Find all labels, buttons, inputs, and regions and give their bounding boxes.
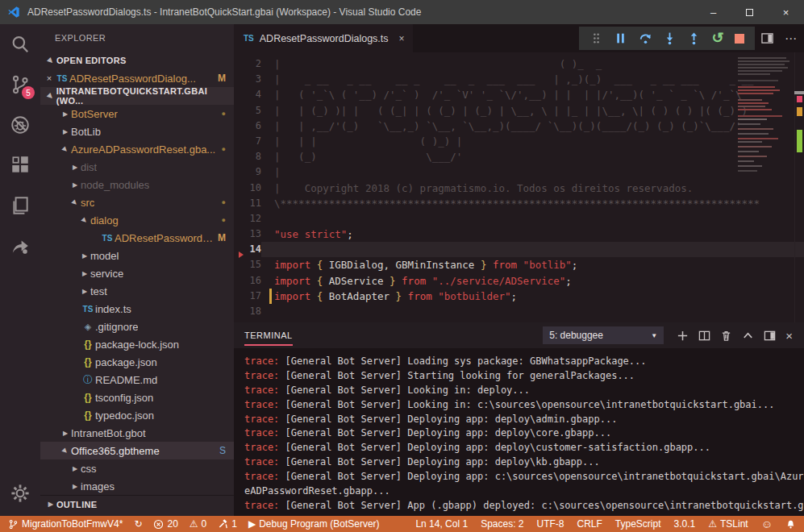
tree-item-typedoc-json[interactable]: {}typedoc.json — [40, 406, 234, 424]
tab-close-icon[interactable]: × — [399, 33, 405, 44]
grip-icon[interactable] — [589, 31, 603, 45]
pause-icon[interactable] — [614, 31, 627, 45]
settings-gear-icon[interactable] — [0, 476, 40, 511]
documents-icon[interactable] — [0, 185, 40, 226]
toggle-panel-icon[interactable] — [764, 330, 776, 342]
code-line-12[interactable]: 12 — [234, 211, 804, 227]
close-icon[interactable]: × — [44, 73, 55, 83]
tree-item-adresetpassworddial[interactable]: TSADResetPasswordDial...M — [40, 229, 234, 247]
code-line-10[interactable]: 10| Copyright 2018 (c) pragmatismo.io. T… — [234, 181, 804, 196]
restart-icon[interactable]: ↺ — [711, 31, 723, 45]
status-utf-8[interactable]: UTF-8 — [537, 518, 564, 530]
code-line-16[interactable]: 16import { ADService } from "../service/… — [234, 273, 804, 289]
extensions-icon[interactable] — [0, 145, 40, 185]
minimize-button[interactable]: – — [695, 0, 731, 24]
overview-ruler[interactable] — [794, 52, 804, 322]
tree-item-dist[interactable]: ▶dist — [40, 158, 234, 176]
code-line-15[interactable]: 15import { IGBDialog, GBMinInstance } fr… — [234, 257, 804, 272]
title-bar: ADResetPasswordDialogs.ts - IntranetBotQ… — [0, 0, 804, 24]
close-panel-icon[interactable]: × — [785, 330, 793, 342]
more-actions-icon[interactable]: ⋯ — [785, 31, 798, 46]
code-line-17[interactable]: 17import { BotAdapter } from "botbuilder… — [234, 289, 804, 304]
status-20[interactable]: 20 — [153, 518, 177, 530]
submodule-badge: S — [219, 445, 226, 456]
share-icon[interactable] — [0, 226, 40, 266]
code-line-11[interactable]: 11\*************************************… — [234, 196, 804, 211]
close-button[interactable]: × — [768, 0, 804, 24]
status-spaces-2[interactable]: Spaces: 2 — [481, 518, 523, 530]
tree-item-images[interactable]: ▶images — [40, 477, 234, 495]
kill-terminal-icon[interactable] — [720, 330, 732, 342]
status-ln-14-col-1[interactable]: Ln 14, Col 1 — [415, 518, 468, 530]
code-line-18[interactable]: 18 — [234, 304, 804, 319]
tree-item-dialog[interactable]: ▶dialog● — [40, 211, 234, 229]
minimap[interactable] — [735, 52, 794, 322]
new-terminal-icon[interactable] — [677, 330, 689, 342]
tree-item-gitignore[interactable]: ◈.gitignore — [40, 318, 234, 335]
open-editors-header[interactable]: ▶ OPEN EDITORS — [40, 52, 234, 69]
debug-icon[interactable] — [0, 105, 40, 145]
tree-item-botlib[interactable]: ▶BotLib — [40, 123, 234, 140]
step-into-icon[interactable] — [663, 31, 677, 45]
code-editor[interactable]: 2| ( )_ _3| _ __ _ __ __ _ __ _ ___ ___ … — [234, 52, 804, 322]
status-0[interactable]: ⚠0 — [190, 518, 206, 530]
tree-item-css[interactable]: ▶css — [40, 459, 234, 477]
branch-icon — [8, 519, 19, 530]
source-control-icon[interactable]: 5 — [0, 64, 40, 105]
stop-icon[interactable] — [735, 34, 744, 44]
tree-item-index-ts[interactable]: TSindex.ts — [40, 300, 234, 318]
tree-item-package-lock-json[interactable]: {}package-lock.json — [40, 335, 234, 353]
error-icon — [153, 519, 164, 530]
tree-item-service[interactable]: ▶service — [40, 264, 234, 282]
open-editor-item[interactable]: ×TSADResetPasswordDialog...M — [40, 69, 234, 87]
code-line-2[interactable]: 2| ( )_ _ — [234, 56, 804, 72]
split-editor-icon[interactable] — [761, 32, 773, 44]
status-1[interactable]: 1 — [218, 518, 237, 530]
search-icon[interactable] — [0, 24, 40, 64]
maximize-button[interactable] — [731, 0, 768, 24]
status-sync[interactable]: ↻ — [134, 519, 142, 529]
code-line-3[interactable]: 3| _ __ _ __ __ _ __ _ ___ ___ | ,_)(_) … — [234, 72, 804, 87]
tree-item-office365-gbtheme[interactable]: ▶Office365.gbthemeS — [40, 442, 234, 459]
code-line-8[interactable]: 8| (_) \___/' — [234, 149, 804, 164]
line-number: 3 — [234, 72, 261, 87]
status-crlf[interactable]: CRLF — [577, 518, 602, 530]
workspace-header[interactable]: ▶ INTRANETBOTQUICKSTART.GBAI (WO... — [40, 87, 234, 105]
code-line-13[interactable]: 13"use strict"; — [234, 227, 804, 242]
tree-item-test[interactable]: ▶test — [40, 282, 234, 300]
code-line-14[interactable]: 14 — [234, 242, 804, 257]
status-tslint[interactable]: ⚠TSLint — [708, 518, 748, 530]
window-controls: – × — [695, 0, 804, 24]
code-line-7[interactable]: 7| | | ( )_) | — [234, 134, 804, 149]
maximize-panel-icon[interactable] — [742, 330, 754, 342]
tree-item-node-modules[interactable]: ▶node_modules — [40, 176, 234, 193]
tree-item-src[interactable]: ▶src● — [40, 193, 234, 211]
tree-item-readme-md[interactable]: ⓘREADME.md — [40, 371, 234, 389]
status-3-0-1[interactable]: 3.0.1 — [674, 518, 696, 530]
outline-header[interactable]: ▶ OUTLINE — [40, 495, 234, 513]
tree-item-intranetbot-gbot[interactable]: ▶IntranetBot.gbot — [40, 424, 234, 442]
step-over-icon[interactable] — [639, 31, 652, 45]
status-typescript[interactable]: TypeScript — [615, 518, 661, 530]
tree-item-tsconfig-json[interactable]: {}tsconfig.json — [40, 389, 234, 406]
status-bell[interactable] — [785, 519, 796, 530]
tree-item-azureadpasswordreset-gba[interactable]: ▶AzureADPasswordReset.gba...● — [40, 140, 234, 158]
step-out-icon[interactable] — [687, 31, 701, 45]
code-line-9[interactable]: 9| — [234, 164, 804, 180]
status-debug-program-botserver[interactable]: ▶Debug Program (BotServer) — [248, 518, 380, 530]
terminal-output[interactable]: trace: [General Bot Server] Loading sys … — [244, 355, 801, 513]
code-line-5[interactable]: 5| | (_) )| | ( (_| | ( (_) | (_) | \__,… — [234, 103, 804, 118]
line-number: 7 — [234, 134, 261, 149]
tree-item-model[interactable]: ▶model — [40, 247, 234, 264]
terminal-select[interactable]: 5: debuggee ▼ — [543, 326, 664, 344]
tree-item-package-json[interactable]: {}package.json — [40, 353, 234, 371]
code-line-6[interactable]: 6| | ,__/'(_) `\__,_) `\__, `\__,_)(____… — [234, 118, 804, 134]
code-line-4[interactable]: 4| ( '_`\ ( '__) /'_` ) /'_ `V' '_ `\/',… — [234, 87, 804, 102]
status-migrationtobotfmwv4[interactable]: MigrationToBotFmwV4* — [8, 518, 123, 530]
terminal-tab[interactable]: TERMINAL — [244, 326, 293, 346]
split-terminal-icon[interactable] — [698, 330, 710, 342]
tree-item-botserver[interactable]: ▶BotServer● — [40, 105, 234, 123]
terminal-line: eADPasswordReset.gbapp... — [244, 484, 801, 499]
editor-tab[interactable]: TS ADResetPasswordDialogs.ts × — [234, 24, 413, 52]
status-smiley[interactable]: ☺ — [761, 519, 773, 529]
